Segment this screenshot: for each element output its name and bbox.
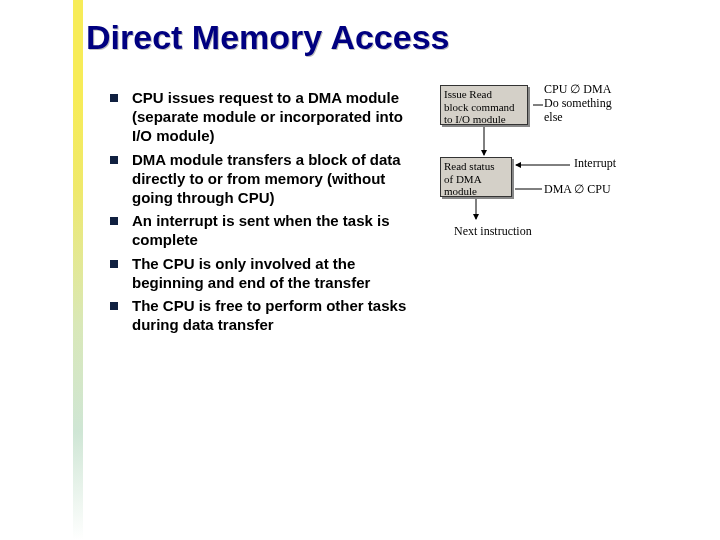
bullet-text: CPU issues request to a DMA module (sepa… bbox=[132, 88, 410, 146]
bullet-icon bbox=[110, 302, 118, 310]
bullet-text: An interrupt is sent when the task is co… bbox=[132, 211, 410, 249]
bullet-text: The CPU is free to perform other tasks d… bbox=[132, 296, 410, 334]
bullet-icon bbox=[110, 156, 118, 164]
list-item: The CPU is free to perform other tasks d… bbox=[110, 296, 410, 334]
bullet-icon bbox=[110, 94, 118, 102]
diagram-arrows bbox=[430, 85, 710, 285]
bullet-text: The CPU is only involved at the beginnin… bbox=[132, 254, 410, 292]
list-item: DMA module transfers a block of data dir… bbox=[110, 150, 410, 208]
flow-diagram: Issue Read block command to I/O module C… bbox=[430, 85, 710, 285]
list-item: An interrupt is sent when the task is co… bbox=[110, 211, 410, 249]
bullet-icon bbox=[110, 217, 118, 225]
list-item: The CPU is only involved at the beginnin… bbox=[110, 254, 410, 292]
list-item: CPU issues request to a DMA module (sepa… bbox=[110, 88, 410, 146]
bullet-text: DMA module transfers a block of data dir… bbox=[132, 150, 410, 208]
page-title: Direct Memory Access bbox=[86, 18, 449, 57]
bullet-list: CPU issues request to a DMA module (sepa… bbox=[110, 88, 410, 338]
bullet-icon bbox=[110, 260, 118, 268]
side-gradient bbox=[73, 0, 83, 540]
